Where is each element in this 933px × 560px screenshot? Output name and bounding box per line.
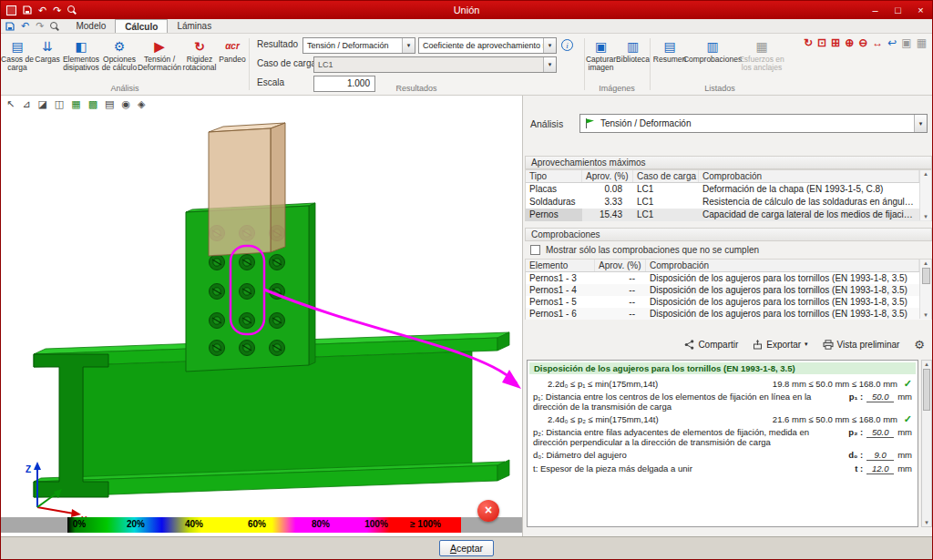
- tab-laminas[interactable]: Láminas: [168, 19, 220, 33]
- cancel-button[interactable]: ×: [477, 500, 499, 522]
- info-icon[interactable]: i: [561, 39, 573, 51]
- resultado-dropdown[interactable]: Tensión / Deformación ▾: [302, 37, 415, 54]
- clipping-box-icon[interactable]: ◫: [55, 98, 64, 110]
- tab-calculo[interactable]: Cálculo: [115, 19, 168, 33]
- biblioteca-button[interactable]: ▥ Biblioteca: [617, 36, 649, 64]
- calc-options-gear-icon: ⚙: [114, 37, 126, 55]
- detail-scrollbar[interactable]: ▴ ▾: [921, 360, 932, 527]
- report-settings-gear-icon[interactable]: ⚙: [914, 338, 925, 351]
- scroll-up-icon[interactable]: ▴: [925, 361, 928, 368]
- mesh-view-icon[interactable]: ▦: [71, 98, 80, 110]
- save-icon[interactable]: [23, 5, 32, 15]
- filter-failing-checkbox[interactable]: [530, 245, 540, 255]
- share-icon: [684, 340, 694, 350]
- check-row[interactable]: Pernos1 - 4 -- Disposición de los agujer…: [526, 284, 931, 296]
- scroll-up-icon[interactable]: ▴: [924, 170, 928, 178]
- chevron-down-icon: ▾: [543, 57, 556, 72]
- comprobaciones-button[interactable]: ▥ Comprobaciones: [689, 36, 736, 64]
- section-plane-icon[interactable]: ◪: [37, 98, 46, 110]
- col-elemento[interactable]: Elemento: [526, 260, 595, 271]
- check-detail-title: Disposición de los agujeros para los tor…: [529, 362, 916, 374]
- scale-label: 40%: [185, 519, 203, 529]
- scale-label: 20%: [127, 519, 145, 529]
- col-tipo[interactable]: Tipo: [526, 170, 582, 182]
- scroll-down-icon[interactable]: ▾: [924, 311, 928, 319]
- caso-de-carga-dropdown[interactable]: LC1 ▾: [313, 56, 557, 73]
- analisis-dropdown[interactable]: Tensión / Deformación ▾: [579, 114, 928, 133]
- quick-save-icon[interactable]: [5, 22, 15, 31]
- zoom-out-icon[interactable]: ⊖: [858, 36, 867, 49]
- filter-failing-label: Mostrar sólo las comprobaciones que no s…: [546, 245, 759, 255]
- check-param-row: p₂: Distancia entre filas adyacentes de …: [528, 424, 918, 447]
- utilization-table-scrollbar[interactable]: ▴ ▾: [919, 170, 931, 220]
- print-view-icon[interactable]: ▣: [901, 36, 911, 49]
- col-comprobacion[interactable]: Comprobación: [699, 170, 919, 182]
- vista-preliminar-button[interactable]: Vista preliminar: [823, 340, 900, 350]
- check-row[interactable]: Pernos1 - 5 -- Disposición de los agujer…: [526, 296, 931, 308]
- scroll-up-icon[interactable]: ▴: [924, 260, 928, 267]
- utilization-row-placas[interactable]: Placas 0.08 LC1 Deformación de la chapa …: [526, 183, 931, 196]
- opciones-de-calculo-button[interactable]: ⚙ Opciones de cálculo: [101, 36, 138, 72]
- check-row[interactable]: Pernos1 - 3 -- Disposición de los agujer…: [526, 272, 931, 284]
- col-comprobacion[interactable]: Comprobación: [646, 260, 919, 271]
- param-value-field[interactable]: 9.0: [866, 450, 894, 461]
- utilization-color-scale: 0% 20% 40% 60% 80% 100% ≥ 100%: [1, 517, 522, 533]
- esfuerzos-anclajes-button[interactable]: ▦ Esfuerzos en los anclajes: [736, 36, 787, 72]
- pan-view-icon[interactable]: ↔: [872, 36, 883, 49]
- check-row[interactable]: Pernos1 - 6 -- Disposición de los agujer…: [526, 308, 931, 320]
- rotate-view-icon[interactable]: ↻: [804, 36, 813, 49]
- undo-icon[interactable]: ↶: [38, 5, 46, 15]
- labels-icon[interactable]: ◈: [138, 98, 145, 110]
- axis-z-label: Z: [26, 464, 31, 474]
- casos-de-carga-button[interactable]: ▤ Casos de carga: [1, 36, 34, 72]
- measure-icon[interactable]: ⊿: [22, 98, 30, 110]
- capturar-imagen-button[interactable]: ▣ Capturar imagen: [585, 36, 617, 72]
- coeficiente-dropdown[interactable]: Coeficiente de aprovechamiento máximo ▾: [418, 37, 557, 54]
- redo-icon[interactable]: ↷: [53, 5, 61, 15]
- scroll-down-icon[interactable]: ▾: [925, 519, 928, 526]
- scrollbar-thumb[interactable]: [922, 268, 930, 284]
- compartir-button[interactable]: Compartir: [684, 340, 738, 350]
- col-caso[interactable]: Caso de carga: [633, 170, 699, 182]
- titlebar: ↶ ↷ Unión – □ ×: [1, 1, 932, 19]
- rigidez-rotacional-button[interactable]: ↻ Rigidez rotacional: [181, 36, 218, 72]
- zoom-in-icon[interactable]: ⊕: [845, 36, 854, 49]
- elementos-disipativos-button[interactable]: ◧ Elementos disipativos: [61, 36, 101, 72]
- aceptar-button[interactable]: Aceptar: [439, 540, 494, 556]
- tension-deformacion-button[interactable]: ▶ Tensión / Deformación: [138, 36, 181, 72]
- param-value-field[interactable]: 50.0: [866, 392, 894, 402]
- zoom-window-icon[interactable]: ⊞: [831, 36, 840, 49]
- pointer-select-icon[interactable]: ↖: [6, 98, 15, 110]
- check-detail-panel: Disposición de los agujeros para los tor…: [527, 360, 918, 527]
- col-aprov[interactable]: Aprov. (%): [595, 260, 646, 271]
- scrollbar-thumb[interactable]: [923, 369, 930, 411]
- param-value-field[interactable]: 50.0: [866, 427, 894, 438]
- param-value-field[interactable]: 12.0: [866, 463, 894, 474]
- zoom-extents-icon[interactable]: ⊡: [817, 36, 826, 49]
- viewport-3d[interactable]: ↖ ⊿ ◪ ◫ ▦ ▩ ▤ ◉ ◈: [1, 96, 522, 538]
- col-aprov[interactable]: Aprov. (%): [582, 170, 633, 182]
- utilization-row-soldaduras[interactable]: Soldaduras 3.33 LC1 Resistencia de cálcu…: [526, 196, 931, 209]
- viewport-3d-scene[interactable]: Z X: [1, 96, 522, 517]
- visibility-icon[interactable]: ◉: [121, 98, 130, 110]
- quick-redo-icon[interactable]: ↷: [36, 20, 44, 32]
- minimize-button[interactable]: –: [864, 1, 887, 19]
- utilization-row-pernos[interactable]: Pernos 15.43 LC1 Capacidad de carga late…: [526, 209, 931, 221]
- tab-modelo[interactable]: Modelo: [67, 19, 115, 33]
- exportar-button[interactable]: Exportar ▾: [753, 340, 807, 350]
- close-button[interactable]: ×: [909, 1, 932, 19]
- pandeo-button[interactable]: αcr Pandeo: [218, 36, 247, 64]
- search-icon[interactable]: [67, 5, 77, 15]
- previous-view-icon[interactable]: ↩: [887, 36, 897, 49]
- column-member[interactable]: [209, 123, 285, 256]
- cargas-button[interactable]: ⇊ Cargas: [34, 36, 61, 64]
- checks-table-scrollbar[interactable]: ▴ ▾: [919, 260, 931, 319]
- quick-undo-icon[interactable]: ↶: [21, 20, 29, 32]
- scroll-down-icon[interactable]: ▾: [924, 213, 928, 220]
- shading-view-icon[interactable]: ▤: [105, 98, 114, 110]
- quick-search-icon[interactable]: [50, 22, 59, 31]
- contour-view-icon[interactable]: ▩: [88, 98, 97, 110]
- summary-report-icon: ▤: [663, 37, 675, 55]
- restore-button[interactable]: □: [887, 1, 909, 19]
- window-layout-icon[interactable]: ▦: [917, 36, 927, 49]
